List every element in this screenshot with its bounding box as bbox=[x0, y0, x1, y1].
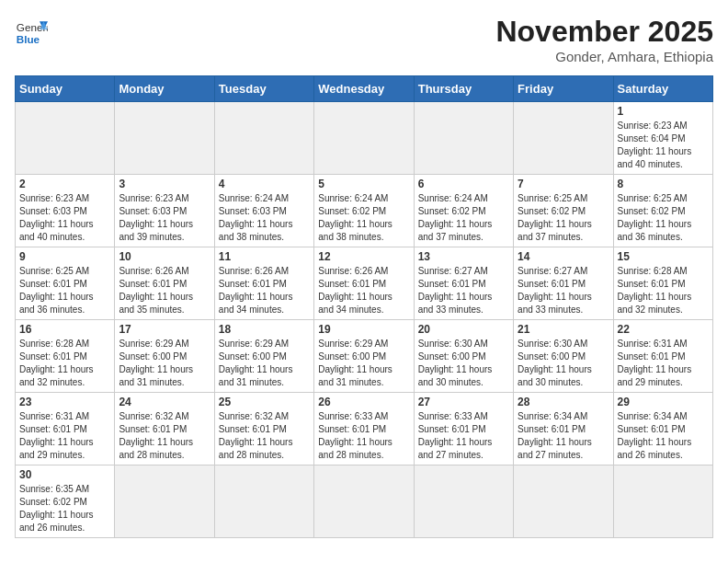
calendar-day-cell: 19Sunrise: 6:29 AM Sunset: 6:00 PM Dayli… bbox=[314, 320, 414, 393]
calendar-day-cell bbox=[214, 102, 313, 175]
calendar-day-cell: 23Sunrise: 6:31 AM Sunset: 6:01 PM Dayli… bbox=[16, 393, 115, 465]
day-number: 28 bbox=[518, 396, 609, 408]
weekday-header: Wednesday bbox=[314, 76, 414, 102]
day-number: 30 bbox=[19, 468, 110, 481]
calendar-day-cell bbox=[214, 465, 313, 538]
day-info: Sunrise: 6:24 AM Sunset: 6:02 PM Dayligh… bbox=[418, 192, 509, 244]
day-number: 5 bbox=[318, 178, 409, 190]
day-number: 11 bbox=[219, 250, 310, 263]
day-info: Sunrise: 6:23 AM Sunset: 6:03 PM Dayligh… bbox=[119, 192, 210, 244]
calendar-day-cell bbox=[414, 465, 513, 538]
day-info: Sunrise: 6:23 AM Sunset: 6:03 PM Dayligh… bbox=[19, 192, 110, 244]
calendar-day-cell: 16Sunrise: 6:28 AM Sunset: 6:01 PM Dayli… bbox=[16, 320, 115, 393]
calendar-day-cell: 8Sunrise: 6:25 AM Sunset: 6:02 PM Daylig… bbox=[613, 175, 712, 247]
calendar-day-cell: 18Sunrise: 6:29 AM Sunset: 6:00 PM Dayli… bbox=[214, 320, 313, 393]
calendar-day-cell: 9Sunrise: 6:25 AM Sunset: 6:01 PM Daylig… bbox=[16, 247, 115, 320]
weekday-header: Saturday bbox=[613, 76, 712, 102]
location-title: Gonder, Amhara, Ethiopia bbox=[495, 49, 713, 64]
day-number: 16 bbox=[19, 323, 110, 336]
day-number: 17 bbox=[119, 323, 210, 336]
calendar-day-cell: 30Sunrise: 6:35 AM Sunset: 6:02 PM Dayli… bbox=[16, 465, 115, 538]
calendar-day-cell: 27Sunrise: 6:33 AM Sunset: 6:01 PM Dayli… bbox=[414, 393, 513, 465]
day-info: Sunrise: 6:31 AM Sunset: 6:01 PM Dayligh… bbox=[19, 410, 110, 462]
calendar-week-row: 30Sunrise: 6:35 AM Sunset: 6:02 PM Dayli… bbox=[16, 465, 713, 538]
svg-text:Blue: Blue bbox=[17, 33, 40, 45]
day-info: Sunrise: 6:29 AM Sunset: 6:00 PM Dayligh… bbox=[318, 338, 409, 389]
day-number: 24 bbox=[119, 396, 210, 408]
day-number: 14 bbox=[518, 250, 609, 263]
calendar-day-cell: 2Sunrise: 6:23 AM Sunset: 6:03 PM Daylig… bbox=[16, 175, 115, 247]
month-title: November 2025 bbox=[495, 15, 713, 49]
calendar-day-cell: 3Sunrise: 6:23 AM Sunset: 6:03 PM Daylig… bbox=[115, 175, 214, 247]
day-number: 7 bbox=[518, 178, 609, 190]
day-info: Sunrise: 6:26 AM Sunset: 6:01 PM Dayligh… bbox=[219, 265, 310, 316]
day-info: Sunrise: 6:28 AM Sunset: 6:01 PM Dayligh… bbox=[19, 338, 110, 389]
day-number: 12 bbox=[318, 250, 409, 263]
day-info: Sunrise: 6:35 AM Sunset: 6:02 PM Dayligh… bbox=[19, 483, 110, 534]
day-number: 26 bbox=[318, 396, 409, 408]
weekday-header: Thursday bbox=[414, 76, 513, 102]
day-number: 13 bbox=[418, 250, 509, 263]
day-info: Sunrise: 6:33 AM Sunset: 6:01 PM Dayligh… bbox=[418, 410, 509, 462]
day-number: 21 bbox=[518, 323, 609, 336]
calendar-day-cell: 22Sunrise: 6:31 AM Sunset: 6:01 PM Dayli… bbox=[613, 320, 712, 393]
calendar-day-cell: 21Sunrise: 6:30 AM Sunset: 6:00 PM Dayli… bbox=[514, 320, 613, 393]
calendar-day-cell: 14Sunrise: 6:27 AM Sunset: 6:01 PM Dayli… bbox=[514, 247, 613, 320]
calendar-day-cell: 13Sunrise: 6:27 AM Sunset: 6:01 PM Dayli… bbox=[414, 247, 513, 320]
calendar-week-row: 16Sunrise: 6:28 AM Sunset: 6:01 PM Dayli… bbox=[16, 320, 713, 393]
day-info: Sunrise: 6:25 AM Sunset: 6:02 PM Dayligh… bbox=[618, 192, 709, 244]
day-number: 23 bbox=[19, 396, 110, 408]
calendar-day-cell: 7Sunrise: 6:25 AM Sunset: 6:02 PM Daylig… bbox=[514, 175, 613, 247]
day-number: 29 bbox=[618, 396, 709, 408]
calendar-day-cell: 17Sunrise: 6:29 AM Sunset: 6:00 PM Dayli… bbox=[115, 320, 214, 393]
calendar-day-cell bbox=[613, 465, 712, 538]
calendar-day-cell bbox=[16, 102, 115, 175]
calendar-day-cell: 15Sunrise: 6:28 AM Sunset: 6:01 PM Dayli… bbox=[613, 247, 712, 320]
calendar-day-cell: 29Sunrise: 6:34 AM Sunset: 6:01 PM Dayli… bbox=[613, 393, 712, 465]
day-info: Sunrise: 6:34 AM Sunset: 6:01 PM Dayligh… bbox=[518, 410, 609, 462]
day-number: 9 bbox=[19, 250, 110, 263]
calendar-week-row: 2Sunrise: 6:23 AM Sunset: 6:03 PM Daylig… bbox=[16, 175, 713, 247]
day-info: Sunrise: 6:30 AM Sunset: 6:00 PM Dayligh… bbox=[418, 338, 509, 389]
day-number: 8 bbox=[618, 178, 709, 190]
calendar-table: SundayMondayTuesdayWednesdayThursdayFrid… bbox=[15, 75, 713, 538]
day-number: 4 bbox=[219, 178, 310, 190]
day-number: 22 bbox=[618, 323, 709, 336]
weekday-header: Sunday bbox=[16, 76, 115, 102]
calendar-day-cell: 12Sunrise: 6:26 AM Sunset: 6:01 PM Dayli… bbox=[314, 247, 414, 320]
weekday-header-row: SundayMondayTuesdayWednesdayThursdayFrid… bbox=[16, 76, 713, 102]
day-info: Sunrise: 6:31 AM Sunset: 6:01 PM Dayligh… bbox=[618, 338, 709, 389]
day-info: Sunrise: 6:34 AM Sunset: 6:01 PM Dayligh… bbox=[618, 410, 709, 462]
calendar-day-cell: 26Sunrise: 6:33 AM Sunset: 6:01 PM Dayli… bbox=[314, 393, 414, 465]
day-info: Sunrise: 6:26 AM Sunset: 6:01 PM Dayligh… bbox=[318, 265, 409, 316]
day-number: 3 bbox=[119, 178, 210, 190]
day-info: Sunrise: 6:24 AM Sunset: 6:03 PM Dayligh… bbox=[219, 192, 310, 244]
day-info: Sunrise: 6:32 AM Sunset: 6:01 PM Dayligh… bbox=[119, 410, 210, 462]
logo: General Blue bbox=[15, 15, 48, 48]
calendar-day-cell: 6Sunrise: 6:24 AM Sunset: 6:02 PM Daylig… bbox=[414, 175, 513, 247]
day-info: Sunrise: 6:25 AM Sunset: 6:01 PM Dayligh… bbox=[19, 265, 110, 316]
day-number: 25 bbox=[219, 396, 310, 408]
day-info: Sunrise: 6:29 AM Sunset: 6:00 PM Dayligh… bbox=[119, 338, 210, 389]
day-number: 20 bbox=[418, 323, 509, 336]
calendar-day-cell bbox=[314, 102, 414, 175]
day-info: Sunrise: 6:26 AM Sunset: 6:01 PM Dayligh… bbox=[119, 265, 210, 316]
day-info: Sunrise: 6:27 AM Sunset: 6:01 PM Dayligh… bbox=[418, 265, 509, 316]
calendar-day-cell bbox=[514, 465, 613, 538]
calendar-day-cell: 4Sunrise: 6:24 AM Sunset: 6:03 PM Daylig… bbox=[214, 175, 313, 247]
calendar-week-row: 9Sunrise: 6:25 AM Sunset: 6:01 PM Daylig… bbox=[16, 247, 713, 320]
calendar-day-cell: 11Sunrise: 6:26 AM Sunset: 6:01 PM Dayli… bbox=[214, 247, 313, 320]
day-number: 19 bbox=[318, 323, 409, 336]
calendar-day-cell: 20Sunrise: 6:30 AM Sunset: 6:00 PM Dayli… bbox=[414, 320, 513, 393]
calendar-day-cell: 1Sunrise: 6:23 AM Sunset: 6:04 PM Daylig… bbox=[613, 102, 712, 175]
day-info: Sunrise: 6:33 AM Sunset: 6:01 PM Dayligh… bbox=[318, 410, 409, 462]
calendar-day-cell: 24Sunrise: 6:32 AM Sunset: 6:01 PM Dayli… bbox=[115, 393, 214, 465]
calendar-day-cell: 28Sunrise: 6:34 AM Sunset: 6:01 PM Dayli… bbox=[514, 393, 613, 465]
day-info: Sunrise: 6:25 AM Sunset: 6:02 PM Dayligh… bbox=[518, 192, 609, 244]
calendar-day-cell bbox=[115, 465, 214, 538]
day-number: 18 bbox=[219, 323, 310, 336]
day-number: 27 bbox=[418, 396, 509, 408]
day-number: 15 bbox=[618, 250, 709, 263]
day-info: Sunrise: 6:27 AM Sunset: 6:01 PM Dayligh… bbox=[518, 265, 609, 316]
weekday-header: Monday bbox=[115, 76, 214, 102]
